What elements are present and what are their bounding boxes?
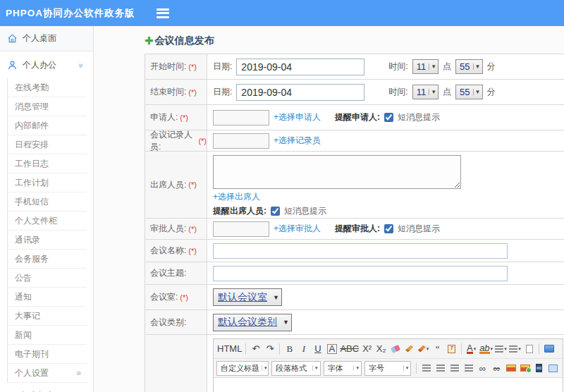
heading-style-select[interactable]: 自定义标题▾ — [216, 361, 269, 376]
paste-button[interactable] — [445, 341, 458, 356]
sidebar-subitem[interactable]: 日程安排 — [8, 135, 87, 154]
row-meeting-topic: 会议主题: — [145, 262, 564, 285]
sidebar-subitem[interactable]: 消息管理 — [8, 97, 87, 116]
superscript-button[interactable]: X² — [360, 341, 374, 356]
redo-icon: ↷ — [266, 343, 274, 354]
unlink-button[interactable]: ∞ — [490, 361, 503, 376]
sidebar-subitem[interactable]: 通知 — [8, 288, 87, 307]
select-approver-link[interactable]: +选择审批人 — [274, 223, 321, 235]
toolbar-separator — [279, 343, 280, 355]
applicant-input[interactable] — [213, 110, 269, 125]
sidebar-subitem[interactable]: 在线考勤 — [8, 78, 87, 97]
new-page-button[interactable] — [522, 341, 536, 356]
approver-sms-checkbox[interactable] — [384, 224, 393, 233]
meeting-topic-input[interactable] — [213, 266, 508, 281]
underline-button[interactable]: U — [311, 341, 324, 356]
toolbar-separator — [539, 343, 539, 355]
sidebar-item-desktop[interactable]: 个人桌面 — [0, 26, 93, 51]
font-color-button[interactable]: A▾ — [465, 341, 478, 356]
sidebar-item-settings-label: 个人设置 — [15, 368, 49, 378]
editor-empty-label — [145, 335, 207, 392]
font-size-select[interactable]: 字号▾ — [364, 361, 411, 376]
row-recorder: 会议记录人员:(*) +选择记录员 — [145, 130, 564, 152]
end-date-input[interactable] — [236, 84, 364, 101]
italic-button[interactable]: I — [297, 341, 310, 356]
chevron-right-icon: » — [76, 364, 80, 382]
link-button[interactable]: ∞ — [476, 361, 489, 376]
start-hour-select[interactable]: 11▼ — [412, 59, 439, 74]
sidebar-subitem-label: 大事记 — [15, 311, 40, 321]
meeting-room-select[interactable]: 默认会议室▼ — [213, 288, 282, 306]
sidebar-subitem[interactable]: 电子期刊 — [8, 345, 87, 364]
align-center-icon — [436, 365, 445, 372]
app-title: PHPOA协同办公软件政务版 — [6, 7, 135, 20]
select-recorder-link[interactable]: +选择记录员 — [274, 135, 321, 147]
meeting-name-input[interactable] — [213, 243, 508, 259]
fullscreen-button[interactable] — [542, 341, 556, 356]
sidebar-subitem[interactable]: 工作计划 — [8, 173, 87, 192]
end-minute-select[interactable]: 55▼ — [455, 85, 482, 99]
media-button[interactable] — [532, 361, 546, 376]
table-button[interactable] — [546, 361, 560, 376]
attendees-textarea[interactable] — [213, 155, 461, 189]
user-icon — [7, 60, 18, 71]
required-mark: (*) — [198, 137, 207, 145]
clean-format-button[interactable] — [403, 341, 416, 356]
subscript-button[interactable]: X₂ — [374, 341, 388, 356]
recorder-input[interactable] — [213, 133, 269, 149]
align-right-button[interactable] — [448, 361, 461, 376]
font-box-button[interactable]: A — [325, 341, 338, 356]
sidebar-item-settings[interactable]: 个人设置 » — [8, 364, 87, 383]
applicant-sms-checkbox[interactable] — [384, 113, 393, 122]
bold-button[interactable]: B — [283, 341, 296, 356]
hamburger-menu-icon[interactable] — [157, 8, 169, 18]
unordered-list-button[interactable]: ▾ — [508, 341, 522, 356]
approver-input[interactable] — [213, 221, 269, 237]
sidebar-subitem[interactable]: 会务服务 — [8, 250, 87, 269]
image-upload-button[interactable] — [518, 361, 532, 376]
align-justify-icon — [465, 365, 473, 372]
align-center-button[interactable] — [434, 361, 447, 376]
meeting-category-label: 会议类别: — [145, 310, 207, 334]
dropdown-arrow-icon: ▼ — [473, 89, 481, 95]
align-left-button[interactable] — [419, 361, 433, 376]
font-family-select[interactable]: 字体▾ — [324, 361, 362, 376]
align-justify-button[interactable] — [462, 361, 475, 376]
sidebar-item-desktop-label: 个人桌面 — [23, 32, 56, 44]
html-source-button[interactable]: HTML — [216, 341, 243, 356]
dropdown-arrow-icon: ▾ — [474, 346, 477, 352]
blockquote-button[interactable]: “ — [431, 341, 444, 356]
eraser-button[interactable] — [388, 341, 402, 356]
page-title: ✚ 会议信息发布 — [145, 35, 564, 47]
paragraph-format-select[interactable]: 段落格式▾ — [271, 361, 321, 376]
sidebar-subitem[interactable]: 通讯录 — [8, 231, 87, 250]
redo-button[interactable]: ↷ — [263, 341, 276, 356]
sidebar-subitem[interactable]: 个人文件柜 — [8, 212, 87, 231]
sidebar-subitem-label: 消息管理 — [15, 102, 49, 111]
meeting-category-select[interactable]: 默认会议类别▼ — [213, 314, 292, 331]
sidebar-subitem[interactable]: 工作日志 — [8, 154, 87, 173]
sidebar-subitem[interactable]: 大事记 — [8, 307, 87, 326]
strikethrough-button[interactable]: ABC — [339, 341, 360, 356]
minute-unit: 分 — [487, 86, 496, 98]
sidebar-subitem[interactable]: 公告 — [8, 269, 87, 288]
italic-icon: I — [302, 343, 305, 355]
ordered-list-button[interactable]: ▾ — [494, 341, 508, 356]
end-hour-select[interactable]: 11▼ — [412, 85, 439, 99]
editor-content-area[interactable] — [214, 377, 563, 392]
dropdown-arrow-icon: ▼ — [283, 319, 289, 326]
sidebar-item-supervision[interactable]: 督查督办 » — [0, 383, 93, 392]
sidebar-subitem[interactable]: 手机短信 — [8, 192, 87, 212]
start-date-input[interactable] — [236, 59, 364, 75]
undo-button[interactable]: ↶ — [249, 341, 262, 356]
select-applicant-link[interactable]: +选择申请人 — [274, 111, 321, 123]
sidebar-subitem[interactable]: 内部邮件 — [8, 116, 87, 135]
image-button[interactable] — [504, 361, 517, 376]
highlight-color-button[interactable]: ab▾ — [479, 341, 494, 356]
start-minute-select[interactable]: 55▼ — [455, 59, 482, 74]
format-painter-button[interactable]: ▾ — [417, 341, 430, 356]
select-attendees-link[interactable]: +选择出席人 — [213, 191, 260, 203]
sidebar-item-office[interactable]: 个人办公 » — [0, 51, 93, 78]
attendees-sms-checkbox[interactable] — [271, 207, 280, 216]
sidebar-subitem[interactable]: 新闻 — [8, 326, 87, 345]
